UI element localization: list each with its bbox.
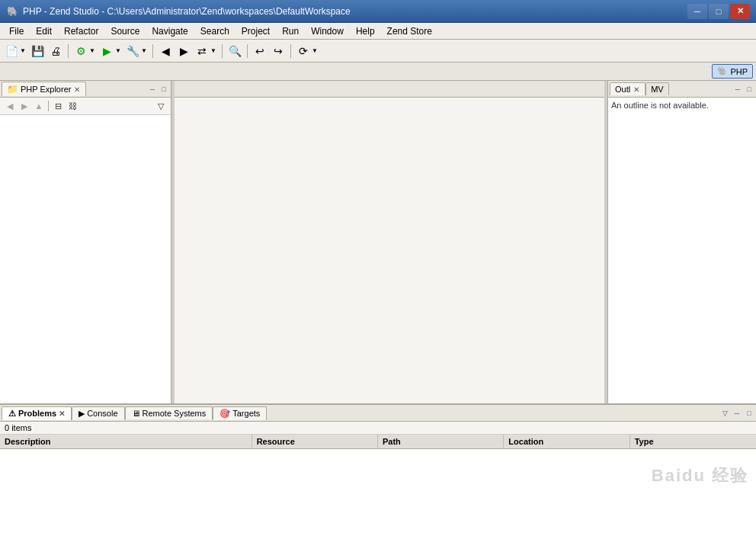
window-controls: ─ □ ✕ [687,4,750,19]
menu-item-source[interactable]: Source [104,24,146,38]
history-icon: ⇄ [194,43,210,59]
bottom-panel-controls: ▽ ─ □ [719,408,754,419]
explorer-menu-button[interactable]: ▽ [154,99,168,113]
minimize-button[interactable]: ─ [687,4,707,19]
undo-button[interactable]: ↩ [251,43,268,59]
maximize-button[interactable]: □ [709,4,729,19]
problems-table-header: DescriptionResourcePathLocationType [0,435,756,449]
menu-item-edit[interactable]: Edit [30,24,58,38]
problems-tab-label: Problems [18,409,56,418]
window-title: PHP - Zend Studio - C:\Users\Administrat… [23,6,351,17]
problems-content: 0 items DescriptionResourcePathLocationT… [0,422,756,533]
explorer-back-button[interactable]: ◀ [3,99,17,113]
close-button[interactable]: ✕ [730,4,750,19]
more-nav-button[interactable]: ⟳ ▼ [295,43,319,59]
content-area: 📁 PHP Explorer ✕ ─ □ ◀ ▶ ▲ ⊟ ⛓ ▽ [0,81,756,403]
external-tool-icon: 🔧 [125,43,140,59]
more-nav-arrow-icon: ▼ [311,43,319,59]
menu-bar: FileEditRefactorSourceNavigateSearchProj… [0,23,756,40]
title-bar: 🐘 PHP - Zend Studio - C:\Users\Administr… [0,0,756,23]
php-perspective-icon: 🐘 [717,66,728,76]
left-panel-controls: ─ □ [147,84,169,95]
bottom-tab-problems[interactable]: ⚠Problems ✕ [2,406,72,420]
debug-button[interactable]: ⚙ ▼ [72,43,97,59]
php-explorer-close-icon[interactable]: ✕ [73,85,81,94]
center-area [175,81,604,403]
left-panel-tab-bar: 📁 PHP Explorer ✕ ─ □ [0,81,171,98]
save-button[interactable]: 💾 [29,43,46,59]
new-file-button[interactable]: 📄 ▼ [3,43,27,59]
right-panel-minimize-button[interactable]: ─ [732,84,743,95]
php-perspective-button[interactable]: 🐘 PHP [712,64,753,79]
editor-tab-bar [175,81,604,98]
run-icon: ▶ [99,43,114,59]
explorer-up-button[interactable]: ▲ [32,99,46,113]
perspective-bar: 🐘 PHP [0,63,756,81]
mv-tab-label: MV [651,85,664,94]
problems-header-description: Description [0,435,252,448]
inspect-button[interactable]: 🔍 [226,43,243,59]
menu-item-run[interactable]: Run [276,24,305,38]
menu-item-refactor[interactable]: Refactor [58,24,104,38]
outline-tab[interactable]: Outl ✕ [610,82,645,95]
problems-header-location: Location [504,435,629,448]
bottom-panel-maximize-button[interactable]: □ [744,408,754,419]
right-panel-maximize-button[interactable]: □ [744,84,754,95]
separator-5 [290,44,291,58]
separator-4 [247,44,248,58]
problems-tab-close[interactable]: ✕ [59,409,65,418]
explorer-collapse-button[interactable]: ⊟ [51,99,65,113]
menu-item-search[interactable]: Search [194,24,235,38]
main-content: 📁 PHP Explorer ✕ ─ □ ◀ ▶ ▲ ⊟ ⛓ ▽ [0,81,756,533]
problems-count: 0 items [5,423,31,432]
php-explorer-icon: 📁 [7,84,18,95]
explorer-separator-1 [48,101,49,111]
print-button[interactable]: 🖨 [47,43,64,59]
php-explorer-tab[interactable]: 📁 PHP Explorer ✕ [2,82,86,96]
outline-content: An outline is not available. [608,98,756,403]
bottom-tab-console[interactable]: ▶Console [72,406,124,420]
app-icon: 🐘 [6,5,18,18]
remote-systems-tab-label: Remote Systems [143,409,207,418]
menu-item-zend-store[interactable]: Zend Store [381,24,438,38]
outline-tab-label: Outl [615,85,630,94]
bottom-panel-menu-button[interactable]: ▽ [719,408,730,419]
bottom-tab-remote-systems[interactable]: 🖥Remote Systems [125,406,213,419]
right-panel-controls: ─ □ [732,84,754,95]
remote-systems-tab-icon: 🖥 [132,409,140,418]
menu-item-project[interactable]: Project [235,24,276,38]
back-nav-button[interactable]: ◀ [157,43,174,59]
separator-3 [222,44,223,58]
external-tool-arrow-icon: ▼ [140,43,148,59]
menu-item-window[interactable]: Window [305,24,350,38]
bottom-tab-targets[interactable]: 🎯Targets [213,406,267,420]
menu-item-file[interactable]: File [3,24,30,38]
external-tool-button[interactable]: 🔧 ▼ [124,43,149,59]
forward-nav-button[interactable]: ▶ [175,43,192,59]
debug-arrow-icon: ▼ [88,43,96,59]
run-button[interactable]: ▶ ▼ [98,43,123,59]
explorer-forward-button[interactable]: ▶ [18,99,31,113]
php-explorer-tab-label: PHP Explorer [21,85,71,94]
left-panel-minimize-button[interactable]: ─ [147,84,158,95]
explorer-content [0,115,171,403]
targets-tab-icon: 🎯 [219,409,230,419]
explorer-link-button[interactable]: ⛓ [66,99,79,113]
left-panel: 📁 PHP Explorer ✕ ─ □ ◀ ▶ ▲ ⊟ ⛓ ▽ [0,81,171,403]
console-tab-label: Console [87,409,117,418]
redo-button[interactable]: ↪ [270,43,287,59]
left-panel-maximize-button[interactable]: □ [159,84,169,95]
bottom-panel-minimize-button[interactable]: ─ [732,408,742,419]
console-tab-icon: ▶ [78,409,85,419]
right-panel: Outl ✕ MV ─ □ An outline is not availabl… [607,81,756,403]
menu-item-help[interactable]: Help [350,24,381,38]
mv-tab[interactable]: MV [645,82,669,95]
menu-item-navigate[interactable]: Navigate [146,24,194,38]
outline-close-icon[interactable]: ✕ [633,85,640,94]
separator-1 [68,44,69,58]
separator-2 [152,44,153,58]
problems-table: DescriptionResourcePathLocationType [0,435,756,533]
history-button[interactable]: ⇄ ▼ [194,43,218,59]
editor-area[interactable] [175,98,604,403]
outline-message: An outline is not available. [611,101,709,110]
